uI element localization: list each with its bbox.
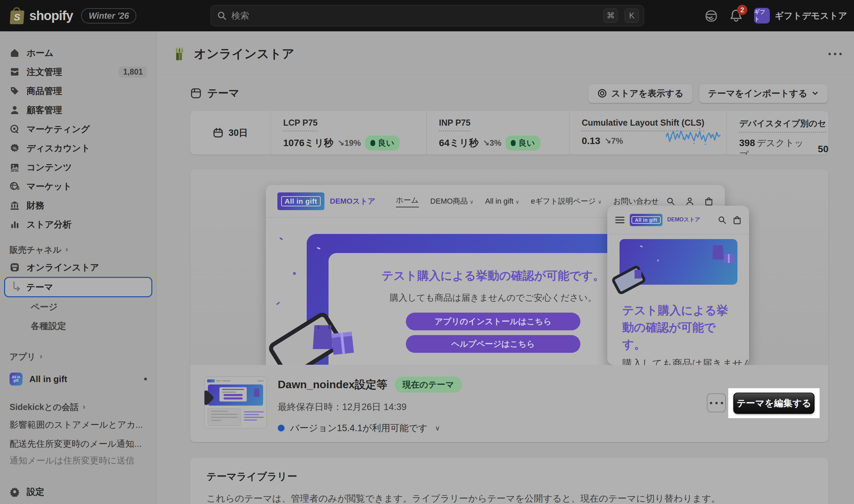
import-theme-label: テーマをインポートする (708, 88, 807, 99)
update-indicator-dot (278, 425, 285, 431)
phone-gift-illustration (272, 316, 374, 365)
notification-count-badge: 2 (737, 5, 747, 15)
library-description: これらのテーマは、管理者のみが閲覧できます。ライブラリーからテーマを公開すると、… (207, 492, 812, 504)
sidebar-item-orders[interactable]: 注文管理 1,801 (4, 62, 152, 81)
metrics-period[interactable]: 30日 (190, 111, 271, 155)
store-cart-icon (733, 216, 742, 224)
account-menu[interactable]: ギフト ギフトデモストア (754, 8, 847, 23)
chevron-down-icon (811, 90, 819, 97)
sidebar-item-label: マーケット (27, 180, 72, 192)
calendar-icon (213, 127, 224, 138)
sidebar: ホーム 注文管理 1,801 商品管理 顧客管理 マーケティング % ディスカウ… (0, 31, 157, 504)
search-icon (217, 11, 227, 20)
page-title: オンラインストア (194, 46, 294, 62)
k-key-badge: K (625, 9, 639, 23)
tag-icon (10, 86, 20, 96)
view-icon (597, 88, 607, 98)
sidebar-item-all-in-gift[interactable]: All ingift All in gift (4, 369, 152, 389)
metric-inp: INP P75 64ミリ秒 ↘3% 良い (426, 111, 569, 155)
chat-label: 影響範囲のストアメールとアカ... (10, 419, 143, 431)
sidebar-item-analytics[interactable]: ストア分析 (4, 215, 152, 234)
image-icon (10, 162, 20, 172)
sidebar-item-markets[interactable]: $ マーケット (4, 177, 152, 196)
sidebar-item-online-store[interactable]: オンラインストア (4, 258, 152, 277)
sidebar-item-theme-selected[interactable]: テーマ (4, 277, 152, 297)
store-logo: All in gift (277, 192, 324, 210)
theme-more-actions-button[interactable] (707, 393, 726, 412)
metric-delta: ↘3% (483, 138, 501, 148)
apps-header[interactable]: アプリ › (4, 348, 152, 365)
globe-dollar-icon: $ (10, 181, 20, 191)
nav-contact: お問い合わせ (613, 196, 659, 206)
version-update-row[interactable]: バージョン15.4.1が利用可能です ∨ (278, 422, 462, 434)
sidebar-item-misc-settings[interactable]: 各種設定 (4, 316, 152, 335)
metric-lcp: LCP P75 1076ミリ秒 ↘19% 良い (271, 111, 426, 155)
edit-theme-spotlight: テーマを編集する (728, 388, 820, 418)
sidebar-item-customers[interactable]: 顧客管理 (4, 100, 152, 120)
performance-metrics-bar[interactable]: 30日 LCP P75 1076ミリ秒 ↘19% 良い INP P75 64ミリ… (190, 111, 828, 155)
sidebar-item-label: コンテンツ (27, 161, 72, 173)
help-page-button[interactable]: ヘルプページはこちら (406, 335, 580, 353)
online-store-icon (175, 47, 188, 61)
app-notification-dot (144, 378, 147, 380)
sidebar-item-products[interactable]: 商品管理 (4, 81, 152, 100)
import-theme-button[interactable]: テーマをインポートする (699, 83, 828, 103)
sidebar-item-label: 顧客管理 (27, 104, 62, 116)
metric-cls: Cumulative Layout Shift (CLS) 0.13 ↘7% (569, 111, 727, 155)
sidebar-item-label: 注文管理 (27, 66, 62, 78)
store-search-icon (718, 216, 727, 224)
sidebar-item-label: マーケティング (27, 123, 90, 135)
notifications-button[interactable]: 2 (730, 9, 743, 22)
person-icon (10, 105, 20, 115)
sidebar-item-marketing[interactable]: マーケティング (4, 120, 152, 139)
mobile-hero-subtitle: 購入しても商品は届きませんので (622, 357, 745, 365)
sidebar-item-settings[interactable]: 設定 (4, 482, 152, 501)
install-app-button[interactable]: アプリのインストールはこちら (406, 313, 580, 330)
store-logo-mobile: All in gift (630, 214, 662, 226)
store-account-icon (685, 197, 694, 206)
nav-home: ホーム (396, 195, 419, 207)
discount-icon: % (10, 143, 20, 153)
sidebar-item-content[interactable]: コンテンツ (4, 158, 152, 177)
mobile-preview: All in gift DEMOストア テスト購入による挙動の確認が可能で (607, 206, 749, 365)
store-cart-icon (704, 197, 713, 206)
hamburger-icon (615, 216, 625, 224)
search-input[interactable]: 検索 ⌘ K (211, 5, 644, 26)
theme-thumbnail[interactable] (204, 377, 267, 428)
edit-theme-button[interactable]: テーマを編集する (733, 393, 814, 414)
sidekick-icon[interactable] (704, 9, 718, 22)
cls-sparkline-chart (666, 127, 720, 148)
library-title: テーマライブラリー (207, 470, 812, 484)
shopify-logo[interactable]: S shopify Winter '26 (10, 0, 136, 31)
sales-channels-header[interactable]: 販売チャネル › (4, 241, 152, 258)
sidekick-chat-item[interactable]: 通知メールは住所変更時に送信 (4, 453, 152, 468)
app-name-label: All in gift (29, 374, 67, 384)
page-more-button[interactable] (828, 53, 842, 55)
sidebar-item-discounts[interactable]: % ディスカウント (4, 139, 152, 158)
chevron-down-icon: ∨ (435, 424, 440, 432)
svg-text:$: $ (17, 185, 20, 191)
store-suffix-mobile: DEMOストア (667, 216, 700, 223)
topbar: S shopify Winter '26 検索 ⌘ K 2 ギフト ギフトデモス… (0, 0, 854, 31)
orders-icon (10, 67, 20, 77)
storefront-icon (10, 262, 20, 272)
theme-library-card: テーマライブラリー これらのテーマは、管理者のみが閲覧できます。ライブラリーから… (190, 458, 828, 504)
all-in-gift-app-icon: All ingift (10, 373, 22, 385)
nav-allingift: All in gift∨ (485, 197, 519, 206)
metric-sessions-by-device: デバイスタイプ別のセ 398 デスクトップ 50 (727, 111, 828, 155)
period-label: 30日 (228, 127, 248, 139)
sidebar-item-finance[interactable]: 財務 (4, 196, 152, 215)
view-store-button[interactable]: ストアを表示する (588, 83, 693, 103)
sidekick-header[interactable]: Sidekickとの会話 › (4, 399, 152, 415)
sidebar-item-pages[interactable]: ページ (4, 297, 152, 316)
sidekick-chat-item[interactable]: 配送先住所変更時のメール通知... (4, 434, 152, 453)
cmd-key-badge: ⌘ (604, 9, 618, 23)
mobile-sessions: 50 (818, 144, 828, 155)
sidebar-item-home[interactable]: ホーム (4, 43, 152, 62)
elbow-arrow-icon (10, 281, 21, 293)
chevron-right-icon: › (40, 352, 42, 361)
sidekick-chat-item[interactable]: 影響範囲のストアメールとアカ... (4, 415, 152, 434)
store-search-icon (666, 197, 675, 206)
sales-channels-label: 販売チャネル (10, 244, 61, 255)
metric-delta: ↘7% (605, 136, 623, 146)
